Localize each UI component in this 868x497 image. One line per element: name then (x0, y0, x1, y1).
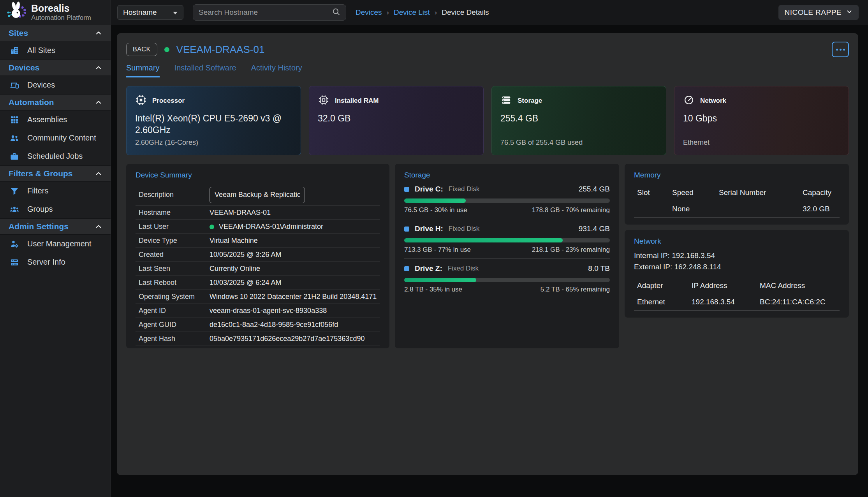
brand-header: Borealis Automation Platform (0, 0, 111, 25)
sidebar-item-scheduled-jobs[interactable]: Scheduled Jobs (0, 147, 111, 165)
drive-icon (404, 266, 409, 271)
rabbit-gear-logo (5, 1, 26, 24)
tab-installed-software[interactable]: Installed Software (174, 63, 236, 77)
network-subtitle: Ethernet (683, 139, 840, 147)
column-header: Serial Number (719, 188, 803, 197)
tab-activity-history[interactable]: Activity History (251, 63, 302, 77)
stat-title: Storage (518, 97, 542, 105)
selected-filter: Hostname (123, 8, 157, 17)
drive-remaining-text: 178.8 GB - 70% remaining (532, 206, 610, 214)
row-label: Agent Hash (136, 335, 210, 343)
sidebar-item-community-content[interactable]: Community Content (0, 129, 111, 147)
drive-icon (404, 227, 409, 232)
gauge-icon (683, 94, 695, 107)
storage-subtitle: 76.5 GB of 255.4 GB used (500, 139, 657, 147)
row-value: de16c0c1-8aa2-4d18-9585-9ce91cf056fd (210, 321, 338, 329)
panel-title: Network (634, 237, 840, 246)
search-box[interactable] (193, 4, 346, 21)
breadcrumb-separator: › (387, 8, 389, 17)
sidebar-item-filters[interactable]: Filters (0, 182, 111, 200)
panel-title: Memory (634, 171, 840, 179)
search-icon[interactable] (332, 7, 340, 18)
funnel-icon (9, 186, 19, 196)
summary-row-agent-guid: Agent GUID de16c0c1-8aa2-4d18-9585-9ce91… (136, 318, 380, 332)
sidebar-item-label: Groups (27, 205, 53, 214)
drive-name: Drive Z: (415, 264, 442, 273)
drive-size: 255.4 GB (579, 185, 610, 193)
drive-usage-bar (404, 278, 610, 282)
adapter-name: Ethernet (637, 298, 692, 306)
row-label: Agent GUID (136, 321, 210, 329)
column-header: MAC Address (760, 281, 840, 290)
sidebar-item-assemblies[interactable]: Assemblies (0, 111, 111, 129)
search-input[interactable] (199, 8, 332, 17)
drive-name: Drive H: (415, 225, 443, 233)
section-label: Automation (9, 98, 54, 107)
sidebar-item-label: Scheduled Jobs (27, 152, 83, 161)
breadcrumb-devices[interactable]: Devices (356, 8, 382, 17)
briefcase-icon (9, 151, 19, 162)
memory-capacity: 32.0 GB (803, 205, 840, 213)
drive-usage-bar (404, 198, 610, 203)
more-actions-button[interactable] (832, 42, 849, 57)
row-label: Last Seen (136, 265, 210, 273)
people-icon (9, 133, 19, 143)
group-icon (9, 204, 19, 214)
drive-used-text: 2.8 TB - 35% in use (404, 286, 462, 293)
drive-row-h: Drive H: Fixed Disk 931.4 GB 713.3 GB - … (404, 219, 610, 259)
sidebar-item-all-sites[interactable]: All Sites (0, 41, 111, 60)
column-header: IP Address (692, 281, 760, 290)
summary-row-operating-system: Operating System Windows 10 2022 Datacen… (136, 290, 380, 304)
drive-remaining-text: 5.2 TB - 65% remaining (541, 286, 610, 293)
tab-summary[interactable]: Summary (126, 63, 160, 77)
row-value: 05ba0e7935171d626ecea29b27d7ae175363cd90 (210, 335, 364, 343)
summary-row-hostname: Hostname VEEAM-DRAAS-01 (136, 206, 380, 220)
drive-remaining-text: 218.1 GB - 23% remaining (532, 246, 610, 254)
user-gear-icon (9, 239, 19, 249)
sidebar-item-server-info[interactable]: Server Info (0, 253, 111, 271)
memory-panel: Memory Slot Speed Serial Number Capacity… (625, 164, 849, 225)
user-menu-button[interactable]: NICOLE RAPPE (778, 5, 859, 20)
drive-size: 8.0 TB (588, 264, 610, 273)
column-header: Adapter (637, 281, 692, 290)
storage-stack-icon (500, 94, 512, 107)
back-button[interactable]: BACK (126, 43, 157, 56)
memory-table-row: None 32.0 GB (634, 201, 840, 218)
user-name: NICOLE RAPPE (785, 8, 842, 17)
external-ip: External IP: 162.248.8.114 (634, 262, 840, 273)
drive-size: 931.4 GB (579, 225, 610, 233)
processor-card: Processor Intel(R) Xeon(R) CPU E5-2690 v… (126, 86, 301, 155)
row-label: Created (136, 251, 210, 259)
caret-down-icon (173, 9, 178, 16)
sidebar-section-admin-settings[interactable]: Admin Settings (0, 218, 111, 235)
summary-row-device-type: Device Type Virtual Machine (136, 234, 380, 248)
topbar: Hostname Devices › Device List › Device … (111, 0, 868, 25)
column-header: Speed (672, 188, 719, 197)
sidebar-section-devices[interactable]: Devices (0, 60, 111, 76)
sidebar-item-groups[interactable]: Groups (0, 200, 111, 218)
description-input[interactable] (210, 187, 305, 203)
section-label: Admin Settings (9, 222, 69, 231)
breadcrumb-device-list[interactable]: Device List (394, 8, 430, 17)
device-tabs: Summary Installed Software Activity Hist… (126, 63, 849, 77)
search-field-selector[interactable]: Hostname (117, 5, 183, 20)
sidebar-item-label: Community Content (27, 133, 96, 142)
sidebar-item-label: Server Info (27, 258, 65, 267)
summary-row-last-user: Last User VEEAM-DRAAS-01\Administrator (136, 220, 380, 234)
summary-row-agent-hash: Agent Hash 05ba0e7935171d626ecea29b27d7a… (136, 332, 380, 346)
sidebar-section-filters-groups[interactable]: Filters & Groups (0, 165, 111, 182)
brand-subtitle: Automation Platform (31, 14, 91, 22)
device-name-title: VEEAM-DRAAS-01 (176, 44, 265, 56)
row-label: Last User (136, 223, 210, 231)
sidebar-section-sites[interactable]: Sites (0, 25, 111, 41)
sidebar-item-label: Filters (27, 186, 48, 195)
section-label: Sites (9, 28, 28, 38)
sidebar-section-automation[interactable]: Automation (0, 94, 111, 111)
summary-row-last-reboot: Last Reboot 10/03/2025 @ 6:24 AM (136, 276, 380, 290)
row-label: Description (136, 191, 210, 199)
network-panel: Network Internal IP: 192.168.3.54 Extern… (625, 230, 849, 318)
sidebar-item-user-management[interactable]: User Management (0, 235, 111, 253)
sidebar-item-devices[interactable]: Devices (0, 76, 111, 94)
chevron-up-icon (95, 64, 102, 71)
row-label: Device Type (136, 237, 210, 245)
